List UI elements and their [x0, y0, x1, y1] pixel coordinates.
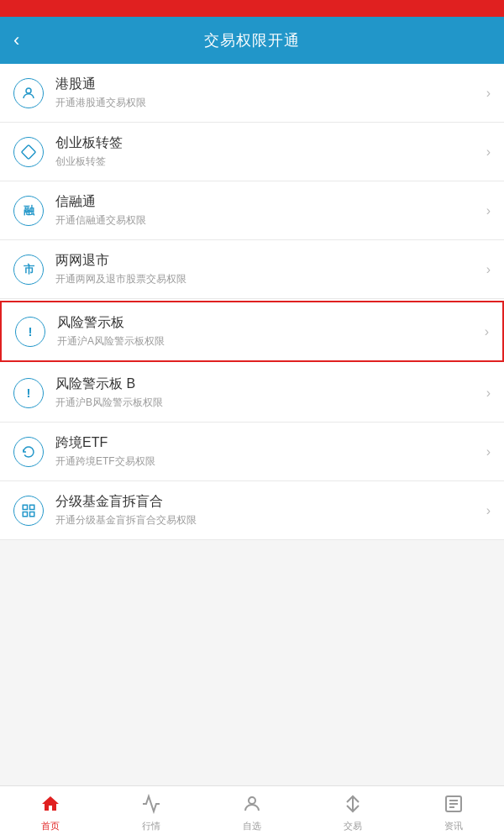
item-title-fengxian-b: 风险警示板 B: [55, 375, 480, 393]
person-circle-icon: [13, 78, 44, 108]
svg-rect-4: [23, 512, 27, 516]
nav-item-trade[interactable]: 交易: [302, 786, 403, 840]
nav-item-market[interactable]: 行情: [101, 786, 202, 840]
list-item-liang-wang[interactable]: 市两网退市开通两网及退市股票交易权限›: [0, 240, 504, 299]
item-subtitle-liang-wang: 开通两网及退市股票交易权限: [55, 272, 480, 286]
nav-label-market: 行情: [142, 820, 160, 832]
header: ‹ 交易权限开通: [0, 17, 504, 64]
item-title-fenjijijin: 分级基金盲拆盲合: [55, 493, 480, 511]
item-content-kuajing-etf: 跨境ETF开通跨境ETF交易权限: [55, 434, 480, 469]
svg-rect-5: [30, 512, 34, 516]
status-bar: [0, 0, 504, 17]
chevron-right-icon: ›: [486, 262, 491, 277]
list-item-kuajing-etf[interactable]: 跨境ETF开通跨境ETF交易权限›: [0, 423, 504, 481]
nav-item-news[interactable]: 资讯: [403, 786, 504, 840]
page-title: 交易权限开通: [204, 30, 300, 50]
chevron-right-icon: ›: [486, 444, 491, 459]
svg-point-6: [249, 797, 255, 804]
item-content-xin-rong-tong: 信融通开通信融通交易权限: [55, 193, 480, 228]
svg-rect-3: [30, 505, 34, 509]
item-subtitle-fengxian-a: 开通沪A风险警示板权限: [57, 334, 478, 349]
rong-icon: 融: [13, 196, 44, 226]
item-subtitle-fenjijijin: 开通分级基金盲拆盲合交易权限: [55, 513, 480, 528]
list-item-xin-rong-tong[interactable]: 融信融通开通信融通交易权限›: [0, 181, 504, 240]
chevron-right-icon: ›: [486, 386, 491, 401]
item-title-xin-rong-tong: 信融通: [55, 193, 480, 211]
exclaim-icon: !: [13, 378, 44, 408]
back-icon: ‹: [13, 29, 19, 51]
item-title-chuangye-ban: 创业板转签: [55, 134, 480, 152]
nav-label-trade: 交易: [344, 820, 362, 832]
item-subtitle-xin-rong-tong: 开通信融通交易权限: [55, 213, 480, 228]
news-nav-icon: [444, 794, 464, 817]
nav-label-watchlist: 自选: [243, 820, 261, 832]
svg-rect-1: [22, 144, 36, 159]
permissions-list: 港股通开通港股通交易权限›创业板转签创业板转签›融信融通开通信融通交易权限›市两…: [0, 64, 504, 540]
grid-icon: [13, 496, 44, 526]
nav-label-news: 资讯: [444, 820, 463, 832]
svg-rect-2: [23, 505, 27, 509]
chevron-right-icon: ›: [486, 86, 491, 101]
chevron-right-icon: ›: [486, 203, 491, 218]
market-nav-icon: [141, 794, 161, 817]
item-content-fengxian-b: 风险警示板 B开通沪B风险警示板权限: [55, 375, 480, 410]
item-content-liang-wang: 两网退市开通两网及退市股票交易权限: [55, 252, 480, 286]
item-subtitle-kuajing-etf: 开通跨境ETF交易权限: [55, 454, 480, 469]
item-title-liang-wang: 两网退市: [55, 252, 480, 270]
exclaim-icon: !: [15, 317, 45, 347]
shi-icon: 市: [13, 255, 44, 285]
item-title-ganggu-tong: 港股通: [55, 76, 480, 93]
home-nav-icon: [40, 794, 60, 817]
item-subtitle-fengxian-b: 开通沪B风险警示板权限: [55, 396, 480, 410]
nav-label-home: 首页: [41, 820, 60, 832]
item-subtitle-ganggu-tong: 开通港股通交易权限: [55, 96, 480, 110]
item-subtitle-chuangye-ban: 创业板转签: [55, 155, 480, 169]
trade-nav-icon: [343, 794, 363, 817]
list-item-fengxian-a[interactable]: !风险警示板开通沪A风险警示板权限›: [0, 301, 504, 362]
svg-point-0: [26, 88, 31, 93]
chevron-right-icon: ›: [485, 324, 489, 339]
diamond-icon: [13, 137, 44, 167]
back-button[interactable]: ‹: [13, 29, 19, 51]
refresh-icon: [13, 437, 44, 467]
nav-item-watchlist[interactable]: 自选: [202, 786, 302, 840]
watchlist-nav-icon: [242, 794, 262, 817]
item-content-ganggu-tong: 港股通开通港股通交易权限: [55, 76, 480, 110]
item-title-fengxian-a: 风险警示板: [57, 314, 478, 332]
item-content-fengxian-a: 风险警示板开通沪A风险警示板权限: [57, 314, 478, 349]
item-content-chuangye-ban: 创业板转签创业板转签: [55, 134, 480, 169]
list-item-fengxian-b[interactable]: !风险警示板 B开通沪B风险警示板权限›: [0, 364, 504, 423]
list-item-fenjijijin[interactable]: 分级基金盲拆盲合开通分级基金盲拆盲合交易权限›: [0, 481, 504, 540]
bottom-navigation: 首页行情自选交易资讯: [0, 785, 504, 840]
chevron-right-icon: ›: [486, 503, 491, 518]
chevron-right-icon: ›: [486, 144, 491, 160]
list-item-ganggu-tong[interactable]: 港股通开通港股通交易权限›: [0, 64, 504, 123]
item-content-fenjijijin: 分级基金盲拆盲合开通分级基金盲拆盲合交易权限: [55, 493, 480, 528]
nav-item-home[interactable]: 首页: [0, 786, 101, 840]
item-title-kuajing-etf: 跨境ETF: [55, 434, 480, 452]
list-item-chuangye-ban[interactable]: 创业板转签创业板转签›: [0, 123, 504, 181]
